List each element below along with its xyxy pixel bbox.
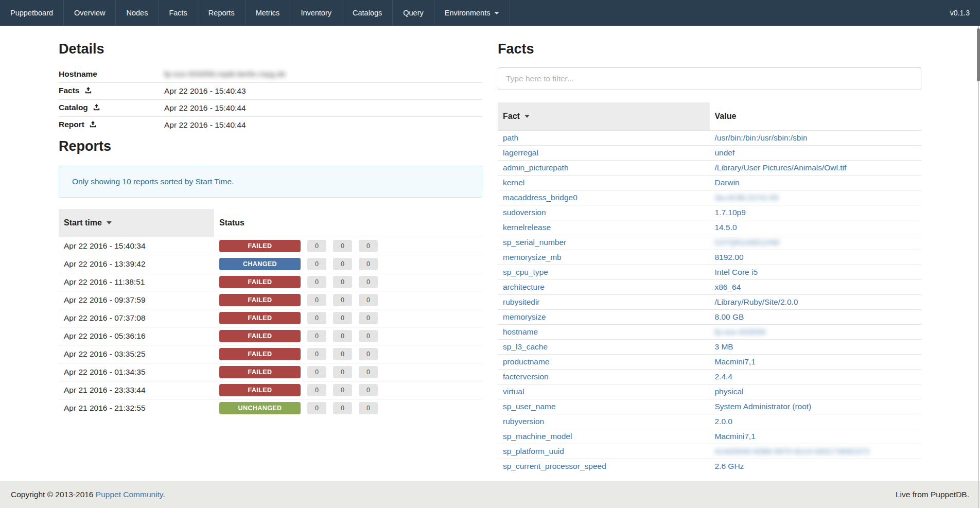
fact-name-link[interactable]: sp_l3_cache — [503, 342, 548, 351]
details-label-text: Facts — [59, 86, 80, 95]
left-column: Details Hostname fp-osx-003056.mpib-berl… — [59, 36, 482, 474]
upload-icon[interactable] — [85, 86, 92, 96]
fact-name-link[interactable]: macaddress_bridge0 — [503, 193, 577, 202]
fact-name-link[interactable]: admin_picturepath — [503, 163, 569, 172]
sort-desc-icon — [524, 115, 530, 118]
fact-value-link[interactable]: 2.0.0 — [715, 417, 732, 426]
nav-item-facts[interactable]: Facts — [159, 0, 198, 26]
fact-row: sp_platform_uuid41A00040-6086-5970-8114-… — [498, 444, 921, 459]
fact-name-link[interactable]: memorysize_mb — [503, 253, 562, 261]
navbar-brand[interactable]: Puppetboard — [0, 0, 64, 26]
fact-name-link[interactable]: sp_platform_uuid — [503, 447, 564, 456]
report-status-badge[interactable]: FAILED — [219, 366, 301, 378]
fact-name-link[interactable]: sp_machine_model — [503, 432, 572, 441]
report-row: Apr 22 2016 - 07:37:08FAILED000 — [59, 309, 482, 327]
fact-value-link[interactable]: 3a:c9:86:22:01:00 — [715, 193, 779, 202]
fact-name-link[interactable]: lagerregal — [503, 148, 538, 157]
report-count-box: 0 — [359, 402, 378, 414]
fact-name-link[interactable]: rubyversion — [503, 417, 544, 426]
reports-table-body: Apr 22 2016 - 15:40:34FAILED000Apr 22 20… — [59, 237, 482, 417]
fact-value-link[interactable]: 8192.00 — [715, 253, 744, 261]
report-status-badge[interactable]: FAILED — [219, 294, 301, 306]
upload-icon[interactable] — [90, 120, 96, 130]
fact-name-link[interactable]: sudoversion — [503, 208, 546, 217]
fact-name-link[interactable]: hostname — [503, 327, 538, 336]
details-row-hostname: Hostname fp-osx-003056.mpib-berlin.mpg.d… — [59, 66, 482, 83]
fact-name-link[interactable]: memorysize — [503, 312, 546, 321]
fact-name-link[interactable]: virtual — [503, 387, 524, 396]
report-count-box: 0 — [359, 330, 378, 342]
report-count-box: 0 — [359, 312, 378, 324]
nav-item-metrics[interactable]: Metrics — [246, 0, 291, 26]
fact-value-link[interactable]: undef — [715, 148, 735, 157]
report-row: Apr 21 2016 - 23:33:44FAILED000 — [59, 381, 482, 399]
fact-name-link[interactable]: sp_current_processor_speed — [503, 462, 606, 470]
puppet-community-link[interactable]: Puppet Community — [96, 490, 163, 499]
fact-name-link[interactable]: sp_serial_number — [503, 238, 566, 247]
report-count-box: 0 — [333, 348, 352, 360]
scrollbar-thumb[interactable] — [977, 28, 980, 81]
fact-name-link[interactable]: sp_cpu_type — [503, 268, 548, 276]
fact-value-link[interactable]: Darwin — [715, 178, 740, 187]
report-status-badge[interactable]: FAILED — [219, 312, 301, 324]
facts-column-fact[interactable]: Fact — [498, 102, 710, 131]
fact-value-link[interactable]: 8.00 GB — [715, 312, 744, 321]
report-status-badge[interactable]: FAILED — [219, 276, 301, 288]
fact-name-link[interactable]: kernel — [503, 178, 524, 187]
fact-name-link[interactable]: kernelrelease — [503, 223, 551, 232]
report-status-badge[interactable]: FAILED — [219, 384, 301, 396]
fact-row: hostnamefp-osx-003056 — [498, 325, 921, 340]
scrollbar-track[interactable] — [978, 26, 979, 508]
report-start-time: Apr 21 2016 - 21:32:55 — [59, 399, 214, 417]
reports-column-status[interactable]: Status — [214, 209, 482, 237]
fact-name-link[interactable]: architecture — [503, 283, 545, 291]
report-status-badge[interactable]: FAILED — [219, 240, 301, 252]
fact-value-link[interactable]: 2.6 GHz — [715, 462, 744, 470]
fact-row: memorysize8.00 GB — [498, 310, 921, 325]
nav-item-overview[interactable]: Overview — [64, 0, 116, 26]
fact-name-link[interactable]: facterversion — [503, 372, 549, 381]
report-count-box: 0 — [307, 402, 326, 414]
fact-value-link[interactable]: 3 MB — [715, 342, 733, 351]
fact-name-link[interactable]: path — [503, 133, 518, 142]
fact-value-link[interactable]: 2.4.4 — [715, 372, 732, 381]
fact-value-link[interactable]: physical — [715, 387, 744, 396]
fact-value-link[interactable]: fp-osx-003056 — [715, 327, 766, 336]
environments-label: Environments — [445, 9, 491, 17]
nav-item-query[interactable]: Query — [393, 0, 434, 26]
nav-item-catalogs[interactable]: Catalogs — [342, 0, 393, 26]
fact-name-link[interactable]: productname — [503, 357, 549, 366]
report-status-badge[interactable]: CHANGED — [219, 258, 301, 270]
fact-value-link[interactable]: Macmini7,1 — [715, 357, 756, 366]
nav-item-nodes[interactable]: Nodes — [116, 0, 159, 26]
fact-value-link[interactable]: 41A00040-6086-5970-8114-0A517369C072 — [715, 447, 870, 456]
details-label: Report — [59, 117, 164, 134]
fact-value-link[interactable]: System Administrator (root) — [715, 402, 812, 411]
fact-value-link[interactable]: Macmini7,1 — [715, 432, 756, 441]
hostname-value: fp-osx-003056.mpib-berlin.mpg.de — [164, 69, 286, 78]
fact-value-link[interactable]: /Library/User Pictures/Animals/Owl.tif — [715, 163, 847, 172]
column-label: Start time — [64, 218, 102, 227]
facts-column-value[interactable]: Value — [710, 102, 922, 131]
facts-filter-input[interactable] — [498, 67, 921, 90]
fact-value-link[interactable]: /usr/bin:/bin:/usr/sbin:/sbin — [715, 133, 808, 142]
report-status-badge[interactable]: UNCHANGED — [219, 402, 301, 414]
reports-column-start-time[interactable]: Start time — [59, 209, 214, 237]
fact-value-link[interactable]: C07QN1A6G1HW — [715, 238, 780, 247]
column-label: Fact — [503, 112, 520, 120]
report-status-badge[interactable]: FAILED — [219, 330, 301, 342]
fact-value-link[interactable]: /Library/Ruby/Site/2.0.0 — [715, 297, 798, 306]
nav-item-inventory[interactable]: Inventory — [290, 0, 342, 26]
fact-row: sudoversion1.7.10p9 — [498, 205, 921, 220]
report-status-badge[interactable]: FAILED — [219, 348, 301, 360]
upload-icon[interactable] — [93, 103, 100, 113]
fact-name-link[interactable]: rubysitedir — [503, 297, 540, 306]
fact-value-link[interactable]: 14.5.0 — [715, 223, 737, 232]
nav-item-environments-dropdown[interactable]: Environments — [434, 0, 511, 26]
nav-item-reports[interactable]: Reports — [198, 0, 246, 26]
fact-value-link[interactable]: 1.7.10p9 — [715, 208, 746, 217]
fact-value-link[interactable]: Intel Core i5 — [715, 268, 758, 276]
fact-value-link[interactable]: x86_64 — [715, 283, 741, 291]
report-start-time: Apr 22 2016 - 01:34:35 — [59, 363, 214, 381]
fact-name-link[interactable]: sp_user_name — [503, 402, 556, 411]
